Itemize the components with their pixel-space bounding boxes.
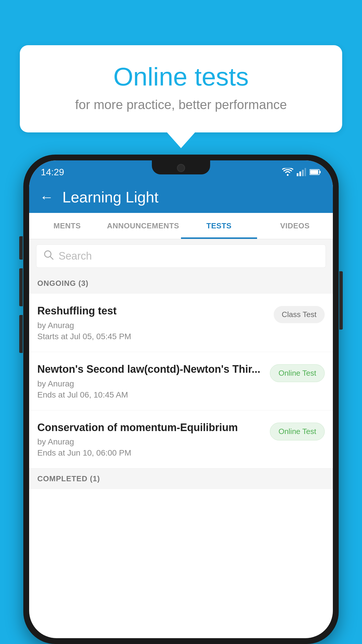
tab-ments[interactable]: MENTS: [29, 213, 105, 239]
tab-tests[interactable]: TESTS: [181, 213, 257, 239]
test-info: Conservation of momentum-Equilibrium by …: [37, 421, 270, 458]
svg-rect-2: [299, 172, 301, 176]
test-item[interactable]: Reshuffling test by Anurag Starts at Jul…: [29, 294, 333, 352]
tabs-bar: MENTS ANNOUNCEMENTS TESTS VIDEOS: [29, 213, 333, 239]
phone-notch: [152, 160, 210, 174]
svg-rect-1: [297, 173, 298, 176]
svg-point-0: [287, 174, 289, 176]
phone-frame: 14:29: [23, 155, 339, 644]
test-name: Newton's Second law(contd)-Newton's Thir…: [37, 363, 264, 376]
svg-line-9: [50, 256, 53, 259]
test-name: Conservation of momentum-Equilibrium: [37, 421, 264, 435]
phone-volume-down-1: [19, 268, 23, 306]
search-bar[interactable]: Search: [36, 244, 326, 268]
search-bar-container: Search: [29, 239, 333, 273]
test-badge-online: Online Test: [270, 364, 325, 382]
test-date: Ends at Jun 10, 06:00 PM: [37, 448, 264, 458]
tab-videos[interactable]: VIDEOS: [257, 213, 333, 239]
test-info: Reshuffling test by Anurag Starts at Jul…: [37, 304, 274, 341]
test-date: Ends at Jul 06, 10:45 AM: [37, 390, 264, 400]
test-item[interactable]: Newton's Second law(contd)-Newton's Thir…: [29, 352, 333, 410]
battery-icon: [310, 169, 321, 175]
wifi-icon: [282, 168, 293, 176]
test-author: by Anurag: [37, 321, 268, 330]
phone-volume-down-2: [19, 315, 23, 353]
svg-rect-6: [319, 171, 321, 173]
test-author: by Anurag: [37, 379, 264, 388]
phone-power-button: [339, 271, 343, 330]
speech-bubble-title: Online tests: [43, 63, 319, 91]
section-ongoing-header: ONGOING (3): [29, 273, 333, 294]
svg-rect-7: [310, 170, 318, 174]
test-name: Reshuffling test: [37, 304, 268, 318]
test-item[interactable]: Conservation of momentum-Equilibrium by …: [29, 410, 333, 469]
section-ongoing-label: ONGOING (3): [37, 279, 89, 288]
tests-list: Reshuffling test by Anurag Starts at Jul…: [29, 294, 333, 468]
test-author: by Anurag: [37, 437, 264, 447]
phone-volume-up: [19, 236, 23, 260]
speech-bubble: Online tests for more practice, better p…: [20, 45, 342, 132]
speech-bubble-arrow: [167, 132, 195, 148]
svg-rect-3: [302, 170, 304, 176]
test-badge-online: Online Test: [270, 423, 325, 440]
test-info: Newton's Second law(contd)-Newton's Thir…: [37, 363, 270, 400]
back-button[interactable]: ←: [40, 190, 54, 204]
app-header: ← Learning Light: [29, 181, 333, 213]
svg-rect-4: [305, 168, 306, 176]
speech-bubble-subtitle: for more practice, better performance: [43, 97, 319, 112]
test-badge-class: Class Test: [274, 306, 325, 323]
section-completed-header: COMPLETED (1): [29, 468, 333, 489]
speech-bubble-container: Online tests for more practice, better p…: [20, 45, 342, 148]
phone-screen: 14:29: [29, 160, 333, 638]
tab-announcements[interactable]: ANNOUNCEMENTS: [105, 213, 181, 239]
section-completed-label: COMPLETED (1): [37, 474, 100, 483]
phone-camera: [177, 164, 185, 172]
status-icons: [282, 168, 321, 176]
signal-icon: [297, 168, 306, 176]
search-icon: [43, 250, 54, 263]
status-time: 14:29: [41, 167, 64, 178]
search-placeholder: Search: [59, 250, 92, 262]
app-title: Learning Light: [62, 188, 159, 206]
test-date: Starts at Jul 05, 05:45 PM: [37, 332, 268, 341]
